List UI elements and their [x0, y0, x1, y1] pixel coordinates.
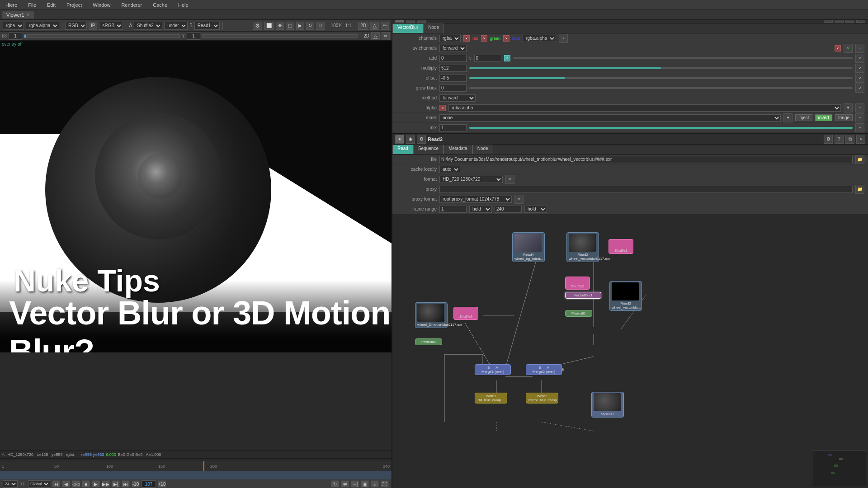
mask-arrow-icon[interactable]: ▼	[783, 113, 793, 122]
timeline-track[interactable]	[0, 471, 392, 479]
read2-close-icon[interactable]: ×	[856, 135, 865, 144]
fps-select[interactable]: 24	[3, 480, 18, 488]
frame-start-input[interactable]	[439, 206, 467, 213]
alpha-channel-select[interactable]: rgba.alpha	[523, 35, 556, 42]
fringe-btn[interactable]: fringe	[835, 114, 853, 121]
node-read2[interactable]: Read2wheel_vectorblur0117.exr	[566, 232, 599, 262]
viewer-tab[interactable]: Viewer1 ×	[2, 11, 34, 19]
srgb-select[interactable]: sRGB	[99, 22, 123, 30]
node-b-select[interactable]: Read1	[194, 22, 220, 30]
menu-window[interactable]: Window	[91, 2, 112, 8]
skip-to-end-btn[interactable]: ⏭	[122, 480, 130, 488]
under-select[interactable]: under	[164, 22, 188, 30]
read2-tab-read[interactable]: Read	[392, 145, 413, 154]
format-select[interactable]: HD_720 1280x720	[439, 176, 503, 183]
overlay-btn[interactable]: △	[370, 22, 379, 30]
multiply-input[interactable]	[439, 65, 467, 72]
node-read4[interactable]: Read4wheel_bg_hdrei...	[512, 232, 545, 262]
prop-tab-vectorblur[interactable]: VectorBlur	[392, 23, 423, 33]
roi-btn[interactable]: ◱	[286, 22, 294, 30]
offset-slider[interactable]	[469, 77, 853, 79]
offset-anim-icon[interactable]: 2	[855, 74, 864, 83]
audio-btn[interactable]: ♪	[371, 480, 379, 488]
mask-add-icon[interactable]: +	[855, 113, 864, 122]
plus-10-btn[interactable]: +10	[158, 480, 166, 488]
alpha-select2[interactable]: rgba.alpha	[448, 104, 841, 112]
read2-tab-meta[interactable]: Metadata	[443, 145, 472, 154]
pause-btn[interactable]: ⏸	[316, 22, 325, 30]
frame-end-input[interactable]	[495, 206, 522, 213]
alpha-arrow-icon[interactable]: ▼	[844, 103, 853, 113]
read2-eye-icon[interactable]: ●	[395, 135, 404, 144]
node-shuffle2[interactable]: Shuffle2	[453, 307, 478, 320]
node-vectorblur1[interactable]: VectorBlur1	[565, 292, 601, 299]
uv-v-icon[interactable]: V	[844, 44, 853, 53]
minus-10-btn[interactable]: -10	[132, 480, 140, 488]
read2-tab-node[interactable]: Node	[472, 145, 493, 154]
mix-slider[interactable]	[469, 127, 853, 129]
hold-end-select[interactable]: hold	[524, 206, 547, 213]
channel-select[interactable]: rgba	[3, 22, 24, 30]
timeline-ruler[interactable]: 1 50 100 150 200 240	[0, 461, 392, 471]
y-scrubber[interactable]	[202, 34, 358, 38]
node-viewer1[interactable]: Viewer1	[591, 392, 624, 418]
skip-to-start-btn[interactable]: ⏮	[52, 480, 60, 488]
uv-x-btn[interactable]: ×	[835, 45, 841, 52]
alpha-select[interactable]: rgba.alpha	[26, 22, 59, 30]
play-fast-btn[interactable]: ▶▶	[102, 480, 110, 488]
node-premult1[interactable]: Premult1	[565, 310, 592, 317]
prop-tab-node[interactable]: Node	[423, 23, 444, 33]
proxy-browse-icon[interactable]: 📁	[855, 185, 864, 194]
frame-input[interactable]: 1	[9, 33, 22, 40]
menu-renderer[interactable]: Renderer	[119, 2, 144, 8]
read2-settings2-icon[interactable]: ⚙	[824, 135, 833, 144]
menu-edit[interactable]: Edit	[45, 2, 57, 8]
play-fwd-btn[interactable]: ▶	[92, 480, 100, 488]
hold-start-select[interactable]: hold	[469, 206, 492, 213]
node-write2[interactable]: Write2vector_blur_comp...	[526, 393, 558, 404]
rgb-select[interactable]: RGB	[65, 22, 87, 30]
red-channel-label[interactable]: red	[472, 36, 478, 41]
proxy-format-select[interactable]: root.proxy_format 1024x778	[439, 196, 512, 203]
multiply-slider[interactable]	[469, 67, 853, 69]
next-frame-btn[interactable]: ▶|	[112, 480, 120, 488]
mix-input[interactable]	[439, 124, 467, 131]
grow-bbox-anim-icon[interactable]: 2	[855, 84, 864, 93]
add-slider[interactable]	[513, 57, 853, 59]
node-write1[interactable]: Write13d_blur_comp...	[475, 393, 507, 404]
add-anim-icon[interactable]: 2	[855, 54, 864, 63]
node-merge1[interactable]: B A Merge1 (over)	[475, 364, 511, 375]
frame-scrubber[interactable]	[24, 34, 180, 38]
format-edit-icon[interactable]: ✏	[505, 175, 514, 184]
read2-render-icon[interactable]: ◉	[406, 135, 415, 144]
ip-btn[interactable]: IP	[89, 22, 97, 30]
mix-anim-icon[interactable]: +	[855, 123, 864, 132]
channels-select[interactable]: rgba	[439, 35, 461, 42]
prev-frame-btn[interactable]: ◀	[62, 480, 70, 488]
uv-channels-select[interactable]: forward	[439, 45, 467, 52]
blue-x-btn[interactable]: ×	[503, 35, 509, 42]
playhead[interactable]	[203, 461, 204, 471]
grow-bbox-input[interactable]	[439, 84, 467, 92]
loop-btn[interactable]: ↻	[306, 22, 314, 30]
menu-cache[interactable]: Cache	[151, 2, 169, 8]
uv-add-icon[interactable]: +	[855, 44, 864, 53]
add-check[interactable]: ✓	[504, 55, 510, 61]
alpha-x-btn[interactable]: ×	[439, 105, 446, 111]
green-channel-label[interactable]: green	[490, 36, 500, 41]
stop-btn[interactable]: ■	[82, 480, 90, 488]
menu-help[interactable]: Help	[176, 2, 190, 8]
read2-float-icon[interactable]: ⧉	[845, 135, 854, 144]
node-premult2[interactable]: Premult2	[415, 338, 442, 345]
node-shuffle1[interactable]: Shuffle1	[609, 239, 633, 254]
channels-add-icon[interactable]: +	[559, 34, 568, 43]
bounce-btn[interactable]: ⇌	[341, 480, 349, 488]
node-shuffle2b[interactable]: Shuffle2	[565, 277, 590, 290]
node-graph[interactable]: wheel_Dmotionblur0117.exr Shuffle2 Premu…	[392, 214, 868, 488]
multiply-anim-icon[interactable]: 2	[855, 64, 864, 73]
wipe-btn[interactable]: ✏	[381, 22, 389, 30]
offset-input[interactable]	[439, 75, 467, 82]
global-select[interactable]: Global	[28, 480, 50, 488]
settings-btn[interactable]: ⚙	[253, 22, 262, 30]
y-input[interactable]	[187, 33, 200, 40]
